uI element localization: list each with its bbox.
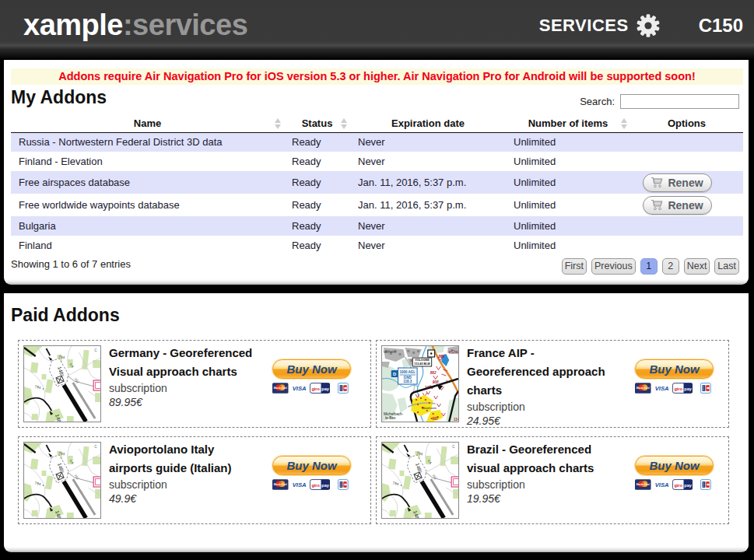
- services-nav-label[interactable]: SERVICES: [539, 16, 629, 36]
- panel-gap: [0, 285, 754, 293]
- cell-expiration: Never: [350, 236, 506, 255]
- column-header-name[interactable]: Name: [11, 115, 284, 132]
- mastercard-icon: MasterCard: [272, 382, 289, 394]
- sort-icon[interactable]: [275, 117, 282, 130]
- cell-status: Ready: [284, 194, 350, 216]
- visa-icon: VISA: [654, 478, 670, 491]
- addons-table: NameStatusExpiration dateNumber of items…: [11, 115, 743, 255]
- svg-text:pay: pay: [684, 387, 693, 391]
- cell-name: Bulgaria: [11, 216, 284, 236]
- approach-chart-thumbnail: 794148°6.478245148°794C: [24, 443, 100, 518]
- showing-info: Showing 1 to 6 of 7 entries: [11, 258, 131, 270]
- cell-options: Renew: [630, 194, 743, 216]
- brand-secondary: :services: [123, 9, 247, 41]
- paid-addon-card: 794148°6.478245148°794CAvioportolano Ita…: [18, 436, 371, 524]
- buy-now-button[interactable]: Buy Now: [635, 456, 714, 475]
- ec-card-icon: [338, 382, 349, 394]
- page-button-first[interactable]: First: [562, 258, 587, 275]
- paid-addon-card: tanheimla-ChaVOLOGNE113.45 BLMD1000 AGLG…: [376, 340, 729, 428]
- svg-text:pay: pay: [321, 387, 330, 391]
- sort-icon[interactable]: [621, 117, 628, 130]
- addon-row: BulgariaReadyNeverUnlimited: [11, 216, 743, 236]
- svg-text:997: 997: [433, 417, 439, 421]
- account-label[interactable]: C150: [699, 15, 743, 37]
- cart-icon: [651, 177, 664, 188]
- cell-items: Unlimited: [506, 236, 630, 255]
- header-right: SERVICES C150: [539, 14, 743, 37]
- column-header-number-of-items[interactable]: Number of items: [506, 115, 630, 132]
- search-input[interactable]: [620, 94, 739, 109]
- column-header-expiration-date[interactable]: Expiration date: [350, 115, 506, 132]
- buy-now-button[interactable]: Buy Now: [272, 456, 351, 475]
- my-addons-panel: Addons require Air Navigation Pro for iO…: [4, 60, 749, 285]
- cell-options: [630, 216, 743, 236]
- svg-text:118.3: 118.3: [403, 380, 412, 383]
- svg-text:1000 AGL: 1000 AGL: [400, 370, 416, 374]
- visa-icon: VISA: [291, 382, 307, 394]
- cell-items: Unlimited: [506, 152, 630, 171]
- svg-text:pay: pay: [684, 483, 693, 488]
- addon-row: Russia - Nortwestern Federal District 3D…: [11, 132, 743, 152]
- payment-icons: MasterCardVISAgiropay: [272, 382, 351, 394]
- cell-options: [630, 132, 743, 152]
- card-title: Avioportolano Italy airports guide (Ital…: [109, 440, 257, 478]
- paid-addons-panel: Paid Addons 794148°6.478245148°794CGerma…: [4, 293, 749, 552]
- cell-options: [630, 236, 743, 255]
- my-addons-title: My Addons: [11, 87, 107, 108]
- renew-button[interactable]: Renew: [643, 196, 712, 215]
- cell-items: Unlimited: [506, 132, 630, 152]
- gear-icon[interactable]: [637, 14, 660, 37]
- buy-now-button[interactable]: Buy Now: [635, 359, 714, 379]
- map-thumbnail: 794148°6.478245148°794C: [381, 442, 459, 519]
- panel-head: My Addons Search:: [11, 85, 743, 110]
- page-button-1[interactable]: 1: [640, 258, 658, 275]
- header-row: NameStatusExpiration dateNumber of items…: [11, 115, 743, 132]
- cell-options: Renew: [630, 171, 743, 194]
- cell-name: Russia - Nortwestern Federal District 3D…: [11, 132, 284, 152]
- svg-text:la-Cha: la-Cha: [447, 350, 458, 354]
- cell-status: Ready: [284, 236, 350, 255]
- buy-now-button[interactable]: Buy Now: [272, 359, 351, 379]
- brand-logo[interactable]: xample:services: [23, 6, 247, 44]
- table-head: NameStatusExpiration dateNumber of items…: [11, 115, 743, 132]
- page-button-2[interactable]: 2: [662, 258, 679, 275]
- page-button-previous[interactable]: Previous: [591, 258, 636, 275]
- paid-addons-title: Paid Addons: [11, 293, 743, 326]
- cell-expiration: Jan. 11, 2016, 5:37 p.m.: [350, 171, 506, 194]
- card-text: Brazil - Georeferenced visual approach c…: [467, 440, 615, 519]
- svg-text:giro: giro: [674, 387, 682, 391]
- card-title: Germany - Georeferenced Visual approach …: [109, 344, 257, 381]
- svg-text:MasterCard: MasterCard: [274, 387, 287, 390]
- addon-row: FinlandReadyNeverUnlimited: [11, 236, 743, 255]
- svg-text:D: D: [393, 372, 397, 376]
- cart-icon: [651, 199, 664, 211]
- giropay-icon: giropay: [310, 478, 330, 491]
- sort-icon[interactable]: [341, 117, 348, 130]
- card-text: Avioportolano Italy airports guide (Ital…: [109, 440, 257, 519]
- renew-button[interactable]: Renew: [643, 173, 712, 192]
- svg-text:VOLOGNE: VOLOGNE: [415, 359, 430, 362]
- cell-expiration: Never: [350, 132, 506, 152]
- search-box: Search:: [580, 94, 739, 109]
- cell-items: Unlimited: [506, 194, 630, 216]
- cell-options: [630, 152, 743, 171]
- card-price: 89.95€: [109, 395, 257, 410]
- cell-name: Finland: [11, 236, 284, 255]
- mastercard-icon: MasterCard: [635, 382, 651, 394]
- map-thumbnail: 794148°6.478245148°794C: [23, 442, 101, 519]
- page-button-last[interactable]: Last: [714, 258, 739, 275]
- cell-status: Ready: [284, 152, 350, 171]
- page-button-next[interactable]: Next: [684, 258, 710, 275]
- svg-text:889: 889: [439, 355, 445, 359]
- svg-text:VISA: VISA: [292, 385, 306, 392]
- cell-name: Free airspaces database: [11, 171, 284, 194]
- card-actions: Buy NowMasterCardVISAgiropay: [635, 359, 714, 394]
- svg-text:VISA: VISA: [292, 481, 306, 488]
- renew-label: Renew: [668, 199, 703, 212]
- approach-chart-thumbnail: 794148°6.478245148°794C: [382, 443, 458, 518]
- cell-status: Ready: [284, 216, 350, 236]
- column-header-options[interactable]: Options: [630, 115, 743, 132]
- app-header: xample:services SERVICES C150: [0, 0, 754, 60]
- column-header-status[interactable]: Status: [284, 115, 350, 132]
- card-text: France AIP - Georeferenced approach char…: [467, 344, 615, 422]
